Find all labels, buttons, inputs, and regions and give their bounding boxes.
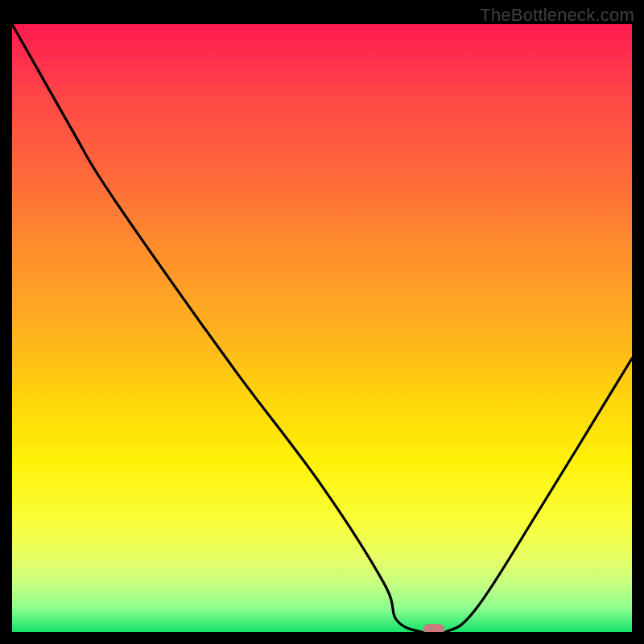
chart-container: TheBottleneck.com [0, 0, 644, 644]
bottleneck-curve [12, 24, 632, 632]
watermark-text: TheBottleneck.com [480, 5, 634, 26]
y-axis [8, 24, 12, 636]
x-axis [8, 632, 636, 636]
